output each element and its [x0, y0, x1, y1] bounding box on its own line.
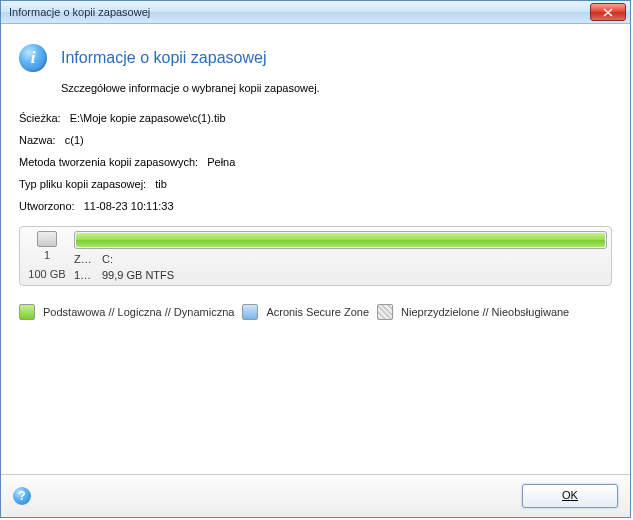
backup-info-window: Informacje o kopii zapasowej i Informacj…	[0, 0, 631, 518]
legend-swatch-primary	[19, 304, 35, 320]
ok-rest: K	[571, 489, 578, 501]
field-filetype: Typ pliku kopii zapasowej: tib	[19, 178, 612, 190]
disk-detail: Z… C: 1… 99,9 GB NTFS	[74, 231, 607, 281]
disk-index: 1	[44, 249, 50, 261]
close-button[interactable]	[590, 3, 626, 21]
name-value: c(1)	[65, 134, 84, 146]
page-subtitle: Szczegółowe informacje o wybranej kopii …	[61, 82, 612, 94]
content-area: i Informacje o kopii zapasowej Szczegóło…	[1, 24, 630, 474]
field-name: Nazwa: c(1)	[19, 134, 612, 146]
disk-row1-col1: Z…	[74, 253, 96, 265]
titlebar: Informacje o kopii zapasowej	[1, 1, 630, 24]
disk-row2-col2: 99,9 GB NTFS	[102, 269, 174, 281]
legend: Podstawowa // Logiczna // Dynamiczna Acr…	[19, 304, 612, 320]
disk-capacity: 100 GB	[28, 268, 65, 280]
legend-label-acronis: Acronis Secure Zone	[266, 306, 369, 318]
disk-info-row1: Z… C:	[74, 253, 607, 265]
close-icon	[603, 8, 613, 17]
info-icon: i	[19, 44, 47, 72]
partition-fill	[76, 233, 605, 247]
field-created: Utworzono: 11-08-23 10:11:33	[19, 200, 612, 212]
filetype-label: Typ pliku kopii zapasowej:	[19, 178, 146, 190]
disk-row1-col2: C:	[102, 253, 113, 265]
page-title: Informacje o kopii zapasowej	[61, 49, 266, 67]
legend-label-unallocated: Nieprzydzielone // Nieobsługiwane	[401, 306, 569, 318]
path-label: Ścieżka:	[19, 112, 61, 124]
ok-button[interactable]: OK	[522, 484, 618, 508]
name-label: Nazwa:	[19, 134, 56, 146]
legend-swatch-unallocated	[377, 304, 393, 320]
window-title: Informacje o kopii zapasowej	[9, 6, 590, 18]
disk-row2-col1: 1…	[74, 269, 96, 281]
disk-info-row2: 1… 99,9 GB NTFS	[74, 269, 607, 281]
disk-panel: 1 100 GB Z… C: 1… 99,9 GB NTFS	[19, 226, 612, 286]
created-value: 11-08-23 10:11:33	[84, 200, 174, 212]
header-row: i Informacje o kopii zapasowej	[19, 44, 612, 72]
help-button[interactable]: ?	[13, 487, 31, 505]
field-method: Metoda tworzenia kopii zapasowych: Pełna	[19, 156, 612, 168]
legend-swatch-acronis	[242, 304, 258, 320]
drive-icon	[37, 231, 57, 247]
field-path: Ścieżka: E:\Moje kopie zapasowe\c(1).tib	[19, 112, 612, 124]
partition-bar[interactable]	[74, 231, 607, 249]
method-value: Pełna	[207, 156, 235, 168]
ok-underline: O	[562, 489, 571, 501]
disk-summary: 1 100 GB	[24, 231, 70, 281]
legend-label-primary: Podstawowa // Logiczna // Dynamiczna	[43, 306, 234, 318]
filetype-value: tib	[155, 178, 167, 190]
path-value: E:\Moje kopie zapasowe\c(1).tib	[70, 112, 226, 124]
method-label: Metoda tworzenia kopii zapasowych:	[19, 156, 198, 168]
footer: ? OK	[1, 474, 630, 517]
created-label: Utworzono:	[19, 200, 75, 212]
